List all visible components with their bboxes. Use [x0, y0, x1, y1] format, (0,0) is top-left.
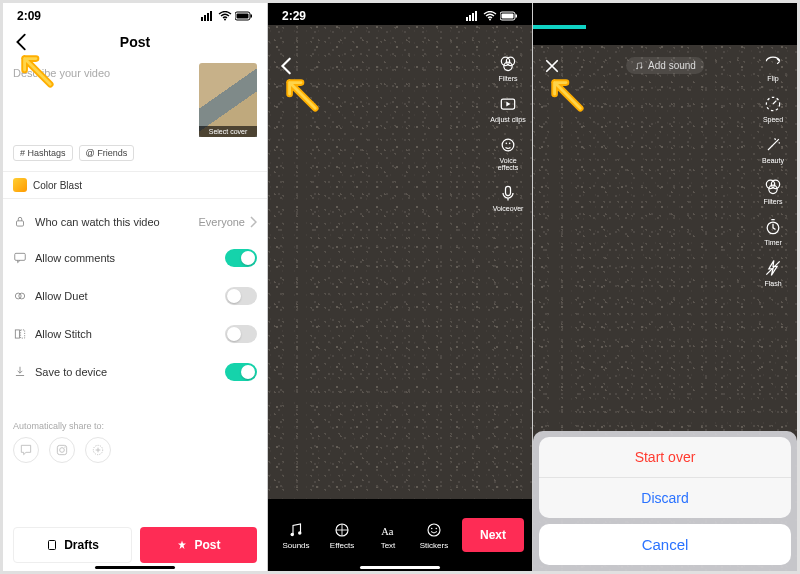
stitch-row: Allow Stitch: [13, 315, 257, 353]
privacy-row[interactable]: Who can watch this video Everyone: [13, 205, 257, 239]
discard-button[interactable]: Discard: [539, 477, 791, 518]
save-label: Save to device: [35, 366, 107, 378]
comments-label: Allow comments: [35, 252, 115, 264]
svg-point-46: [771, 180, 779, 188]
phone-edit-screen: 2:29 Filters Adjust clips Voice effects: [267, 3, 532, 571]
voice-effects-icon: [498, 135, 518, 155]
beauty-button[interactable]: Beauty: [755, 135, 791, 164]
svg-rect-19: [466, 17, 468, 21]
comments-toggle[interactable]: [225, 249, 257, 267]
duet-row: Allow Duet: [13, 277, 257, 315]
page-title: Post: [120, 34, 150, 50]
voice-effects-button[interactable]: Voice effects: [490, 135, 526, 171]
chevron-right-icon: [249, 216, 257, 228]
filters-icon: [498, 53, 518, 73]
svg-rect-26: [516, 15, 518, 18]
filters-button[interactable]: Filters: [755, 176, 791, 205]
back-button[interactable]: [11, 31, 33, 53]
cancel-button[interactable]: Cancel: [539, 524, 791, 565]
phone-record-screen: Add sound Flip Speed Beauty Filters Time…: [532, 3, 797, 571]
comments-row: Allow comments: [13, 239, 257, 277]
stitch-label: Allow Stitch: [35, 328, 92, 340]
svg-text:Aa: Aa: [381, 525, 394, 536]
drafts-icon: [46, 539, 58, 551]
friends-button[interactable]: @ Friends: [79, 145, 135, 161]
svg-rect-8: [17, 221, 24, 226]
svg-point-23: [489, 19, 491, 21]
select-cover-label: Select cover: [199, 126, 257, 137]
svg-rect-18: [49, 541, 56, 550]
status-bar: 2:29: [268, 3, 532, 25]
filters-icon: [763, 176, 783, 196]
comment-icon: [13, 251, 27, 265]
close-icon: [543, 57, 561, 75]
effects-button[interactable]: Effects: [322, 521, 362, 550]
effect-icon: [13, 178, 27, 192]
status-icons: [201, 11, 253, 21]
status-bar: 2:09: [3, 3, 267, 25]
svg-point-15: [60, 448, 65, 453]
save-toggle[interactable]: [225, 363, 257, 381]
svg-point-28: [506, 57, 514, 65]
voiceover-button[interactable]: Voiceover: [490, 183, 526, 212]
close-button[interactable]: [543, 57, 561, 75]
drafts-button[interactable]: Drafts: [13, 527, 132, 563]
effect-row[interactable]: Color Blast: [13, 178, 257, 192]
timer-icon: [763, 217, 783, 237]
text-icon: Aa: [379, 521, 397, 539]
svg-point-11: [19, 293, 25, 299]
text-button[interactable]: Aa Text: [368, 521, 408, 550]
privacy-label: Who can watch this video: [35, 216, 160, 228]
svg-rect-9: [15, 253, 26, 260]
filters-button[interactable]: Filters: [490, 53, 526, 82]
effect-name: Color Blast: [33, 180, 82, 191]
privacy-value: Everyone: [199, 216, 245, 228]
svg-point-36: [298, 531, 301, 534]
screen-header: Post: [3, 25, 267, 59]
add-sound-button[interactable]: Add sound: [626, 57, 704, 74]
post-icon: [176, 539, 188, 551]
hashtags-button[interactable]: # Hashtags: [13, 145, 73, 161]
share-label: Automatically share to:: [13, 421, 257, 431]
description-input[interactable]: Describe your video: [13, 63, 193, 137]
lock-icon: [13, 215, 27, 229]
duet-toggle[interactable]: [225, 287, 257, 305]
share-instagram-icon[interactable]: [49, 437, 75, 463]
status-bar: [533, 3, 797, 25]
back-button[interactable]: [276, 55, 298, 77]
svg-rect-0: [201, 17, 203, 21]
flip-button[interactable]: Flip: [755, 53, 791, 82]
svg-rect-25: [502, 14, 514, 19]
flip-icon: [763, 53, 783, 73]
sounds-button[interactable]: Sounds: [276, 521, 316, 550]
share-more-icon[interactable]: [85, 437, 111, 463]
flash-button[interactable]: Flash: [755, 258, 791, 287]
status-icons: [466, 11, 518, 21]
chevron-left-icon: [11, 31, 33, 53]
svg-point-47: [769, 185, 777, 193]
timer-button[interactable]: Timer: [755, 217, 791, 246]
cover-thumbnail[interactable]: Select cover: [199, 63, 257, 137]
duet-label: Allow Duet: [35, 290, 88, 302]
phone-post-screen: 2:09 Post Describe your video Select cov…: [3, 3, 267, 571]
svg-point-31: [502, 139, 514, 151]
svg-point-16: [64, 447, 65, 448]
svg-point-43: [640, 66, 642, 68]
stickers-icon: [425, 521, 443, 539]
status-time: 2:29: [282, 9, 306, 23]
svg-point-41: [436, 527, 438, 529]
post-button[interactable]: Post: [140, 527, 257, 563]
svg-point-29: [504, 62, 512, 70]
start-over-button[interactable]: Start over: [539, 437, 791, 477]
stitch-icon: [13, 327, 27, 341]
next-button[interactable]: Next: [462, 518, 524, 552]
adjust-clips-button[interactable]: Adjust clips: [490, 94, 526, 123]
share-message-icon[interactable]: [13, 437, 39, 463]
svg-rect-7: [251, 15, 253, 18]
action-sheet: Start over Discard Cancel: [533, 431, 797, 571]
stitch-toggle[interactable]: [225, 325, 257, 343]
stickers-button[interactable]: Stickers: [414, 521, 454, 550]
svg-rect-6: [237, 14, 249, 19]
sounds-icon: [287, 521, 305, 539]
speed-button[interactable]: Speed: [755, 94, 791, 123]
